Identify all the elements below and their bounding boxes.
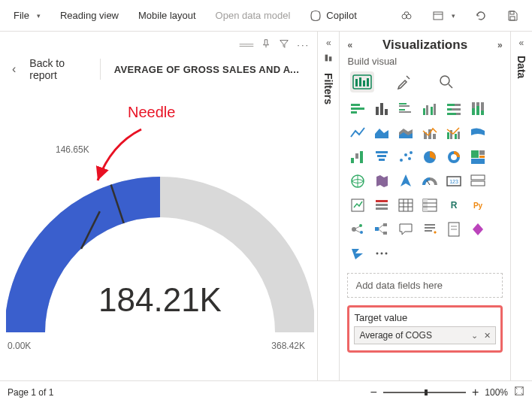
page-indicator[interactable]: Page 1 of 1 [8,387,53,398]
build-visual-label: Build visual [347,56,502,67]
svg-point-59 [408,157,411,160]
grip-icon[interactable]: ══ [240,39,253,50]
line-stacked-column-icon[interactable] [419,123,440,144]
svg-rect-5 [510,17,515,20]
svg-rect-4 [510,11,514,14]
clustered-column-icon[interactable] [419,98,440,120]
waterfall-icon[interactable] [347,147,368,168]
back-to-report-button[interactable]: Back to report [29,57,86,81]
chevron-right-icon[interactable]: » [497,40,503,50]
clustered-bar-icon[interactable] [395,98,416,120]
stacked-bar-icon[interactable] [347,98,368,120]
svg-point-63 [451,154,457,160]
save-button[interactable] [499,5,526,26]
svg-rect-94 [375,227,379,231]
stacked-column-icon[interactable] [371,98,392,120]
svg-rect-50 [458,132,460,139]
treemap-icon[interactable] [467,147,488,168]
values-field-well[interactable]: Add data fields here [347,273,502,298]
svg-rect-33 [455,104,461,106]
zoom-level[interactable]: 100% [485,387,508,398]
scatter-icon[interactable] [395,147,416,168]
fit-to-page-button[interactable] [514,386,524,398]
paginated-report-icon[interactable] [443,219,464,240]
svg-point-16 [440,76,449,85]
more-options-icon[interactable]: ··· [297,39,310,50]
format-visual-tab[interactable] [392,71,416,92]
multi-row-card-icon[interactable] [467,171,488,192]
search-icon-button[interactable] [393,5,420,26]
field-pill-label: Average of COGS [359,330,432,341]
table-icon[interactable] [395,195,416,216]
donut-icon[interactable] [443,147,464,168]
filled-map-icon[interactable] [371,171,392,192]
svg-rect-26 [399,109,405,111]
chevron-down-icon[interactable]: ⌄ [471,331,478,341]
pin-icon[interactable] [261,38,271,51]
more-visuals-icon[interactable] [371,243,392,264]
svg-rect-72 [471,175,485,180]
svg-rect-10 [329,56,332,61]
svg-rect-39 [472,108,475,115]
azure-map-icon[interactable] [395,171,416,192]
decomposition-tree-icon[interactable] [371,219,392,240]
visualizations-pane: « Visualizations » Build visual [339,32,509,380]
chevron-left-icon[interactable]: « [347,40,352,50]
card-icon[interactable]: 123 [443,171,464,192]
stacked-bar-100-icon[interactable] [443,98,464,120]
view-icon [432,10,444,22]
svg-point-57 [400,159,403,162]
build-visual-tab[interactable] [350,71,374,92]
line-clustered-column-icon[interactable] [443,123,464,144]
svg-rect-54 [376,151,388,153]
r-visual-icon[interactable]: R [443,195,464,216]
kpi-icon[interactable] [347,195,368,216]
gauge-value: 184.21K [6,281,314,319]
data-pane-collapsed[interactable]: « Data [510,32,532,380]
qa-visual-icon[interactable] [395,219,416,240]
svg-rect-65 [479,150,485,155]
filters-pane-collapsed[interactable]: « Filters [317,32,339,380]
reading-view-button[interactable]: Reading view [53,5,126,26]
zoom-in-button[interactable]: + [472,386,479,399]
svg-point-89 [352,227,356,232]
view-menu[interactable] [425,5,463,26]
key-influencers-icon[interactable] [347,219,368,240]
file-menu[interactable]: File [6,5,48,26]
power-apps-icon[interactable] [467,219,488,240]
open-data-model-button: Open data model [208,5,298,26]
zoom-out-button[interactable]: − [370,386,377,399]
refresh-button[interactable] [467,5,494,26]
power-automate-icon[interactable] [347,243,368,264]
visual-header-toolbar: ══ ··· [0,36,317,53]
target-value-field-pill[interactable]: Average of COGS ⌄ ✕ [354,326,495,344]
remove-field-icon[interactable]: ✕ [484,331,491,341]
svg-rect-28 [423,108,425,115]
svg-text:R: R [451,200,458,211]
pie-icon[interactable] [419,147,440,168]
chevron-left-icon: « [326,38,331,48]
line-chart-icon[interactable] [347,123,368,144]
gauge-icon[interactable] [419,171,440,192]
svg-rect-19 [351,108,364,110]
slicer-icon[interactable] [371,195,392,216]
copilot-button[interactable]: Copilot [302,5,364,26]
stacked-area-icon[interactable] [395,123,416,144]
analytics-tab[interactable] [434,71,458,92]
stacked-column-100-icon[interactable] [467,98,488,120]
svg-rect-73 [471,181,485,186]
area-chart-icon[interactable] [371,123,392,144]
funnel-icon[interactable] [371,147,392,168]
mobile-layout-button[interactable]: Mobile layout [131,5,204,26]
svg-rect-51 [351,158,354,163]
filter-icon[interactable] [279,38,289,51]
python-visual-icon[interactable]: Py [467,195,488,216]
svg-rect-23 [385,109,388,115]
zoom-slider[interactable] [383,392,466,393]
ribbon-chart-icon[interactable] [467,123,488,144]
matrix-icon[interactable] [419,195,440,216]
gauge-visual[interactable]: 146.65K 184.21K 0.00K 368.42K [6,167,314,362]
map-icon[interactable] [347,171,368,192]
back-arrow-icon[interactable]: ‹ [12,62,16,76]
smart-narrative-icon[interactable] [419,219,440,240]
